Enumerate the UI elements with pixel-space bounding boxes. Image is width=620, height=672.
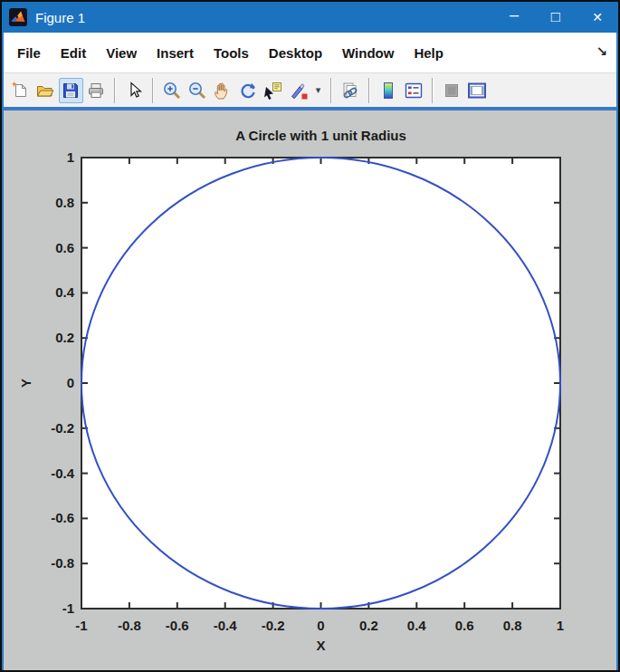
y-tick-label: 0.4 (55, 284, 75, 300)
y-tick-label: -0.8 (51, 555, 74, 571)
hide-plot-tools-button[interactable] (440, 78, 464, 103)
y-tick-label: 0.2 (55, 330, 74, 345)
window-controls: – □ ✕ (493, 2, 618, 33)
hand-pan-icon (213, 81, 233, 101)
figure-window: Figure 1 – □ ✕ FileEditViewInsertToolsDe… (0, 0, 620, 672)
open-folder-icon (35, 81, 55, 101)
figure-canvas: -1-0.8-0.6-0.4-0.200.20.40.60.81-1-0.8-0… (4, 110, 616, 670)
x-tick-label: 0 (317, 618, 324, 633)
y-tick-label: 0 (67, 375, 74, 390)
toolbar-separator (114, 78, 116, 103)
print-figure-button[interactable] (84, 78, 109, 103)
rotate-3d-icon (238, 81, 258, 101)
toolbar-separator (330, 78, 332, 103)
zoom-in-icon (162, 81, 182, 101)
window-body: FileEditViewInsertToolsDesktopWindowHelp… (2, 33, 618, 670)
x-tick-label: 0.6 (455, 618, 474, 633)
open-file-button[interactable] (33, 78, 58, 103)
x-axis-label: X (316, 638, 325, 653)
x-tick-label: -0.2 (262, 618, 285, 633)
x-tick-label: -0.8 (118, 618, 141, 633)
x-tick-label: -0.6 (166, 618, 189, 633)
show-plot-tools-icon (467, 81, 487, 101)
x-tick-label: 0.2 (359, 618, 378, 633)
y-axis-label: Y (18, 379, 33, 388)
matlab-logo-icon (9, 8, 27, 26)
toolbar-separator (432, 78, 434, 103)
y-tick-label: -0.2 (51, 420, 74, 436)
menu-item-insert[interactable]: Insert (147, 40, 204, 66)
x-tick-label: 0.4 (407, 618, 427, 633)
toolbar-separator (152, 78, 154, 103)
maximize-button[interactable]: □ (535, 2, 577, 33)
y-tick-label: 1 (67, 149, 74, 165)
menu-item-tools[interactable]: Tools (204, 40, 259, 66)
menu-item-desktop[interactable]: Desktop (259, 40, 332, 66)
y-tick-label: -1 (62, 600, 74, 616)
arrow-cursor-icon (124, 81, 144, 101)
rotate-3d-button[interactable] (236, 78, 261, 103)
link-chain-icon (340, 81, 360, 101)
x-tick-label: -1 (75, 618, 87, 633)
pan-button[interactable] (211, 78, 235, 103)
insert-legend-button[interactable] (402, 78, 426, 103)
x-tick-label: 1 (557, 618, 564, 633)
zoom-out-icon (187, 81, 207, 101)
hide-plot-tools-icon (442, 81, 462, 101)
legend-icon (404, 81, 424, 101)
save-figure-button[interactable] (59, 78, 83, 103)
window-title: Figure 1 (35, 10, 493, 25)
save-floppy-icon (61, 81, 81, 101)
minimize-button[interactable]: – (493, 2, 535, 33)
zoom-out-button[interactable] (186, 78, 210, 103)
brush-icon (289, 81, 309, 101)
zoom-in-button[interactable] (160, 78, 185, 103)
link-plot-button[interactable] (339, 78, 363, 103)
x-tick-label: 0.8 (503, 618, 522, 633)
plot-axes[interactable]: -1-0.8-0.6-0.4-0.200.20.40.60.81-1-0.8-0… (4, 110, 616, 669)
x-tick-label: -0.4 (214, 618, 238, 633)
brush-dropdown-button[interactable]: ▾ (312, 78, 325, 103)
plot-area[interactable] (81, 158, 560, 609)
plot-title: A Circle with 1 unit Radius (235, 128, 406, 143)
menu-item-window[interactable]: Window (332, 40, 404, 66)
edit-plot-button[interactable] (122, 78, 147, 103)
y-tick-label: 0.8 (55, 195, 74, 210)
y-tick-label: -0.6 (51, 510, 74, 525)
menu-item-help[interactable]: Help (404, 40, 453, 66)
brush-data-button[interactable] (287, 78, 311, 103)
new-document-icon (10, 81, 30, 101)
menu-item-edit[interactable]: Edit (51, 40, 96, 66)
menu-items: FileEditViewInsertToolsDesktopWindowHelp (7, 40, 453, 66)
insert-colorbar-button[interactable] (377, 78, 401, 103)
close-button[interactable]: ✕ (577, 2, 618, 33)
toolbar: ▾ (4, 73, 616, 107)
data-cursor-button[interactable] (262, 78, 286, 103)
show-plot-tools-button[interactable] (465, 78, 490, 103)
menu-item-file[interactable]: File (7, 40, 51, 66)
new-figure-button[interactable] (8, 78, 33, 103)
toolbar-separator (368, 78, 370, 103)
colorbar-icon (378, 81, 398, 101)
menu-item-view[interactable]: View (96, 40, 147, 66)
menu-bar: FileEditViewInsertToolsDesktopWindowHelp… (4, 33, 616, 73)
title-bar[interactable]: Figure 1 – □ ✕ (2, 2, 618, 33)
printer-icon (86, 81, 106, 101)
dock-figure-icon[interactable]: ↘ (596, 43, 607, 60)
y-tick-label: -0.4 (51, 466, 75, 481)
y-tick-label: 0.6 (55, 240, 74, 255)
data-cursor-icon (263, 81, 283, 101)
